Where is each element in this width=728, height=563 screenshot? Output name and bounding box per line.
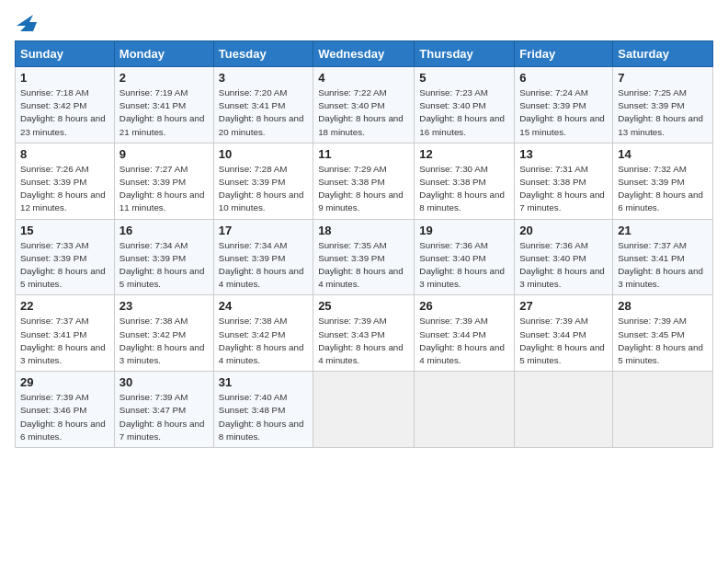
sunset-label: Sunset: 3:38 PM <box>519 177 586 187</box>
day-info: Sunrise: 7:33 AM Sunset: 3:39 PM Dayligh… <box>20 239 109 292</box>
sunset-label: Sunset: 3:42 PM <box>219 329 285 339</box>
sunset-label: Sunset: 3:39 PM <box>618 100 684 110</box>
day-number: 12 <box>419 147 509 161</box>
day-info: Sunrise: 7:26 AM Sunset: 3:39 PM Dayligh… <box>20 163 109 215</box>
day-info: Sunrise: 7:39 AM Sunset: 3:46 PM Dayligh… <box>20 391 109 443</box>
day-info: Sunrise: 7:36 AM Sunset: 3:40 PM Dayligh… <box>419 239 509 292</box>
day-info: Sunrise: 7:39 AM Sunset: 3:47 PM Dayligh… <box>119 391 209 443</box>
sunrise-label: Sunrise: 7:29 AM <box>318 164 387 174</box>
sunset-label: Sunset: 3:40 PM <box>318 100 384 110</box>
page: SundayMondayTuesdayWednesdayThursdayFrid… <box>0 0 728 563</box>
day-info: Sunrise: 7:36 AM Sunset: 3:40 PM Dayligh… <box>519 239 608 292</box>
calendar-day-cell: 7 Sunrise: 7:25 AM Sunset: 3:39 PM Dayli… <box>613 67 713 144</box>
daylight-label: Daylight: 8 hours and 18 minutes. <box>318 113 404 136</box>
calendar-day-cell: 9 Sunrise: 7:27 AM Sunset: 3:39 PM Dayli… <box>114 143 213 219</box>
calendar-day-cell: 18 Sunrise: 7:35 AM Sunset: 3:39 PM Dayl… <box>313 219 415 295</box>
sunset-label: Sunset: 3:43 PM <box>318 329 384 339</box>
daylight-label: Daylight: 8 hours and 5 minutes. <box>519 342 605 365</box>
day-number: 4 <box>318 71 409 85</box>
calendar-day-cell: 19 Sunrise: 7:36 AM Sunset: 3:40 PM Dayl… <box>415 219 515 295</box>
sunrise-label: Sunrise: 7:30 AM <box>419 164 488 174</box>
sunrise-label: Sunrise: 7:27 AM <box>119 164 188 174</box>
daylight-label: Daylight: 8 hours and 6 minutes. <box>618 190 703 213</box>
calendar-day-cell: 13 Sunrise: 7:31 AM Sunset: 3:38 PM Dayl… <box>515 143 613 219</box>
daylight-label: Daylight: 8 hours and 6 minutes. <box>20 419 106 442</box>
sunrise-label: Sunrise: 7:39 AM <box>20 392 89 402</box>
sunset-label: Sunset: 3:39 PM <box>119 253 186 263</box>
sunrise-label: Sunrise: 7:28 AM <box>219 164 288 174</box>
daylight-label: Daylight: 8 hours and 3 minutes. <box>119 342 205 365</box>
day-number: 14 <box>618 147 708 161</box>
calendar-day-cell: 27 Sunrise: 7:39 AM Sunset: 3:44 PM Dayl… <box>515 295 613 372</box>
calendar-day-cell: 11 Sunrise: 7:29 AM Sunset: 3:38 PM Dayl… <box>313 143 415 219</box>
sunrise-label: Sunrise: 7:18 AM <box>20 87 89 98</box>
day-number: 17 <box>219 224 308 237</box>
daylight-label: Daylight: 8 hours and 9 minutes. <box>318 190 404 213</box>
weekday-header: Thursday <box>415 41 515 67</box>
sunrise-label: Sunrise: 7:22 AM <box>318 87 387 98</box>
sunset-label: Sunset: 3:39 PM <box>219 177 285 187</box>
daylight-label: Daylight: 8 hours and 4 minutes. <box>219 266 304 289</box>
sunset-label: Sunset: 3:40 PM <box>419 253 485 263</box>
day-info: Sunrise: 7:35 AM Sunset: 3:39 PM Dayligh… <box>318 239 409 292</box>
sunset-label: Sunset: 3:41 PM <box>20 329 86 339</box>
calendar-day-cell: 1 Sunrise: 7:18 AM Sunset: 3:42 PM Dayli… <box>16 67 115 144</box>
day-info: Sunrise: 7:40 AM Sunset: 3:48 PM Dayligh… <box>219 391 308 443</box>
calendar-day-cell: 16 Sunrise: 7:34 AM Sunset: 3:39 PM Dayl… <box>114 219 213 295</box>
daylight-label: Daylight: 8 hours and 16 minutes. <box>419 113 505 136</box>
day-number: 26 <box>419 299 509 313</box>
sunrise-label: Sunrise: 7:39 AM <box>119 392 188 402</box>
sunset-label: Sunset: 3:39 PM <box>20 253 86 263</box>
sunrise-label: Sunrise: 7:26 AM <box>20 164 89 174</box>
header <box>15 15 713 33</box>
calendar-day-cell <box>313 372 415 448</box>
daylight-label: Daylight: 8 hours and 4 minutes. <box>219 342 304 365</box>
calendar-day-cell: 20 Sunrise: 7:36 AM Sunset: 3:40 PM Dayl… <box>515 219 613 295</box>
day-number: 3 <box>219 71 308 85</box>
day-info: Sunrise: 7:37 AM Sunset: 3:41 PM Dayligh… <box>20 315 109 367</box>
daylight-label: Daylight: 8 hours and 5 minutes. <box>618 342 703 365</box>
sunset-label: Sunset: 3:42 PM <box>20 100 86 110</box>
day-number: 28 <box>618 299 708 313</box>
sunrise-label: Sunrise: 7:20 AM <box>219 87 288 98</box>
day-number: 6 <box>519 71 608 85</box>
daylight-label: Daylight: 8 hours and 3 minutes. <box>618 266 703 289</box>
sunrise-label: Sunrise: 7:24 AM <box>519 87 588 98</box>
day-number: 31 <box>219 375 308 389</box>
day-number: 27 <box>519 299 608 313</box>
calendar-day-cell: 29 Sunrise: 7:39 AM Sunset: 3:46 PM Dayl… <box>16 372 115 448</box>
sunrise-label: Sunrise: 7:39 AM <box>618 316 687 326</box>
sunset-label: Sunset: 3:44 PM <box>519 329 586 339</box>
day-info: Sunrise: 7:22 AM Sunset: 3:40 PM Dayligh… <box>318 86 409 139</box>
sunrise-label: Sunrise: 7:19 AM <box>119 87 188 98</box>
sunrise-label: Sunrise: 7:37 AM <box>618 240 687 250</box>
sunrise-label: Sunrise: 7:37 AM <box>20 316 89 326</box>
weekday-header: Friday <box>515 41 613 67</box>
sunrise-label: Sunrise: 7:32 AM <box>618 164 687 174</box>
sunset-label: Sunset: 3:38 PM <box>419 177 485 187</box>
calendar-day-cell <box>515 372 613 448</box>
sunset-label: Sunset: 3:45 PM <box>618 329 684 339</box>
sunset-label: Sunset: 3:39 PM <box>519 100 586 110</box>
daylight-label: Daylight: 8 hours and 3 minutes. <box>419 266 505 289</box>
calendar-day-cell: 31 Sunrise: 7:40 AM Sunset: 3:48 PM Dayl… <box>213 372 313 448</box>
sunset-label: Sunset: 3:39 PM <box>618 177 684 187</box>
weekday-header: Wednesday <box>313 41 415 67</box>
calendar-day-cell: 14 Sunrise: 7:32 AM Sunset: 3:39 PM Dayl… <box>613 143 713 219</box>
day-info: Sunrise: 7:24 AM Sunset: 3:39 PM Dayligh… <box>519 86 608 139</box>
daylight-label: Daylight: 8 hours and 10 minutes. <box>219 190 304 213</box>
day-info: Sunrise: 7:39 AM Sunset: 3:45 PM Dayligh… <box>618 315 708 367</box>
day-number: 22 <box>20 299 109 313</box>
daylight-label: Daylight: 8 hours and 15 minutes. <box>519 113 605 136</box>
day-info: Sunrise: 7:25 AM Sunset: 3:39 PM Dayligh… <box>618 86 708 139</box>
sunset-label: Sunset: 3:44 PM <box>419 329 485 339</box>
calendar-day-cell <box>415 372 515 448</box>
day-info: Sunrise: 7:19 AM Sunset: 3:41 PM Dayligh… <box>119 86 209 139</box>
calendar-day-cell: 2 Sunrise: 7:19 AM Sunset: 3:41 PM Dayli… <box>114 67 213 144</box>
day-number: 25 <box>318 299 409 313</box>
calendar-day-cell: 25 Sunrise: 7:39 AM Sunset: 3:43 PM Dayl… <box>313 295 415 372</box>
sunset-label: Sunset: 3:39 PM <box>318 253 384 263</box>
daylight-label: Daylight: 8 hours and 3 minutes. <box>20 342 106 365</box>
day-info: Sunrise: 7:29 AM Sunset: 3:38 PM Dayligh… <box>318 163 409 215</box>
calendar-day-cell: 10 Sunrise: 7:28 AM Sunset: 3:39 PM Dayl… <box>213 143 313 219</box>
